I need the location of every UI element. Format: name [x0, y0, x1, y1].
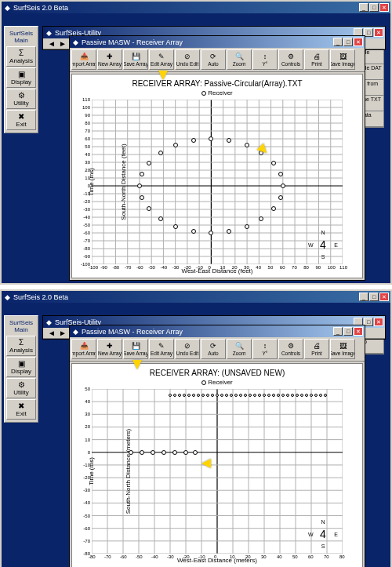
compass-w: W — [308, 532, 314, 537]
tool-icon: ✚ — [107, 53, 113, 60]
x-tick-label: 20 — [245, 554, 251, 559]
tool-label: Save Array — [123, 351, 148, 356]
maximize-button[interactable]: □ — [343, 327, 353, 336]
receiver-point — [259, 216, 263, 221]
x-tick-label: 30 — [261, 554, 267, 559]
x-tick-label: -60 — [120, 554, 127, 559]
palette-analysis[interactable]: ΣAnalysis — [6, 336, 36, 356]
y-tick-label: -40 — [83, 500, 90, 505]
x-tick-label: -10 — [196, 265, 203, 270]
close-button[interactable]: ✕ — [374, 28, 383, 37]
y-tick-label: 40 — [85, 399, 90, 404]
receiver-point — [277, 394, 280, 397]
minimize-button[interactable]: _ — [359, 293, 368, 301]
x-tick-label: 40 — [277, 554, 282, 559]
mdi-workspace: SurfSeis Main ΣAnalysis ▣Display ⚙Utilit… — [2, 13, 390, 283]
tool-edit-array[interactable]: ✎Edit Array — [149, 49, 174, 70]
maximize-button[interactable]: □ — [369, 293, 379, 301]
x-tick-label: -90 — [100, 265, 107, 270]
minimize-button[interactable]: _ — [333, 38, 343, 46]
tool-undo-edit[interactable]: ⊘Undo Edit — [175, 339, 200, 359]
y-tick-label: -50 — [83, 223, 90, 227]
minimize-button[interactable]: _ — [359, 3, 368, 12]
receiver-point — [137, 184, 142, 188]
receiver-point — [211, 394, 214, 397]
tool-label: Save Array — [123, 61, 148, 67]
close-button[interactable]: ✕ — [354, 327, 363, 336]
receiver-point — [258, 394, 261, 397]
tool-auto[interactable]: ⟳Auto — [201, 339, 226, 359]
side-palette: SurfSeis Main ΣAnalysis ▣Display ⚙Utilit… — [4, 315, 38, 423]
receiver-point — [278, 195, 283, 200]
close-button[interactable]: ✕ — [354, 38, 363, 46]
tool-controls[interactable]: ⚙Controls — [278, 49, 303, 70]
y-tick-label: 40 — [85, 152, 90, 157]
tool-print[interactable]: 🖨Print — [304, 339, 329, 359]
tool-label: Undo Edit — [176, 351, 199, 356]
palette-analysis[interactable]: ΣAnalysis — [6, 46, 36, 67]
receiver-array-window: ◆ Passive MASW - Receiver Array _ □ ✕ 📥I… — [69, 325, 365, 567]
tool-icon: 🖼 — [339, 343, 347, 350]
close-button[interactable]: ✕ — [379, 293, 389, 301]
receiver-point — [191, 138, 196, 143]
palette-label: Exit — [16, 410, 26, 417]
tool-y°[interactable]: ↕Y° — [252, 339, 278, 359]
close-button[interactable]: ✕ — [374, 318, 383, 326]
tool-y°[interactable]: ↕Y° — [252, 49, 278, 70]
app-title: SurfSeis 2.0 Beta — [13, 293, 359, 301]
tool-label: Auto — [208, 61, 218, 67]
x-tick-label: 60 — [280, 265, 285, 270]
tool-save-array[interactable]: 💾Save Array — [123, 339, 148, 359]
tool-auto[interactable]: ⟳Auto — [201, 49, 226, 70]
tool-icon: ↕ — [263, 343, 267, 350]
x-tick-label: -80 — [112, 265, 119, 270]
tool-new-array[interactable]: ✚New Array — [97, 339, 122, 359]
receiver-point — [197, 394, 200, 397]
minimize-button[interactable]: _ — [333, 327, 343, 336]
maximize-button[interactable]: □ — [369, 3, 379, 12]
compass: N E S W 4 — [308, 519, 338, 549]
receiver-point — [227, 229, 231, 234]
maximize-button[interactable]: □ — [343, 38, 353, 46]
tool-import-array[interactable]: 📥Import Array — [71, 339, 96, 359]
tool-print[interactable]: 🖨Print — [304, 49, 329, 70]
tool-zoom[interactable]: 🔍Zoom — [227, 49, 252, 70]
receiver-point — [271, 206, 276, 211]
palette-label: Display — [11, 368, 31, 375]
tool-icon: ⟳ — [210, 53, 216, 60]
palette-display[interactable]: ▣Display — [6, 67, 36, 88]
tool-controls[interactable]: ⚙Controls — [278, 339, 303, 359]
y-tick-label: 20 — [85, 168, 90, 173]
close-button[interactable]: ✕ — [379, 3, 389, 12]
gear-icon: ⚙ — [18, 381, 25, 389]
tool-import-array[interactable]: 📥Import Array — [71, 49, 96, 70]
x-tick-label: -20 — [184, 265, 191, 270]
tool-new-array[interactable]: ✚New Array — [97, 49, 122, 70]
tool-save-array[interactable]: 💾Save Array — [123, 49, 148, 70]
tool-label: New Array — [98, 61, 122, 67]
highlight-arrow-icon — [132, 360, 142, 369]
palette-display[interactable]: ▣Display — [6, 357, 36, 377]
tool-undo-edit[interactable]: ⊘Undo Edit — [175, 49, 200, 70]
palette-exit[interactable]: ✖Exit — [6, 110, 36, 130]
x-tick-label: -40 — [151, 554, 158, 559]
palette-utility[interactable]: ⚙Utility — [6, 378, 36, 398]
tool-save-image[interactable]: 🖼Save Image — [330, 49, 355, 70]
annotation-arrow-icon — [201, 459, 211, 468]
tool-edit-array[interactable]: ✎Edit Array — [149, 339, 174, 359]
display-icon: ▣ — [18, 71, 25, 78]
tool-zoom[interactable]: 🔍Zoom — [227, 339, 252, 359]
receiver-point — [140, 195, 144, 200]
back-button[interactable]: ◄ — [46, 39, 57, 49]
forward-button[interactable]: ► — [57, 329, 68, 338]
receiver-point — [225, 394, 228, 397]
palette-utility[interactable]: ⚙Utility — [6, 89, 36, 109]
receiver-point — [140, 172, 144, 176]
y-tick-label: -80 — [83, 246, 90, 251]
forward-button[interactable]: ► — [57, 39, 68, 49]
receiver-array-window: ◆ Passive MASW - Receiver Array _ □ ✕ 📥I… — [69, 35, 365, 281]
highlight-arrow-icon — [158, 71, 168, 80]
palette-exit[interactable]: ✖Exit — [6, 399, 36, 420]
tool-save-image[interactable]: 🖼Save Image — [330, 339, 355, 359]
back-button[interactable]: ◄ — [46, 329, 57, 338]
